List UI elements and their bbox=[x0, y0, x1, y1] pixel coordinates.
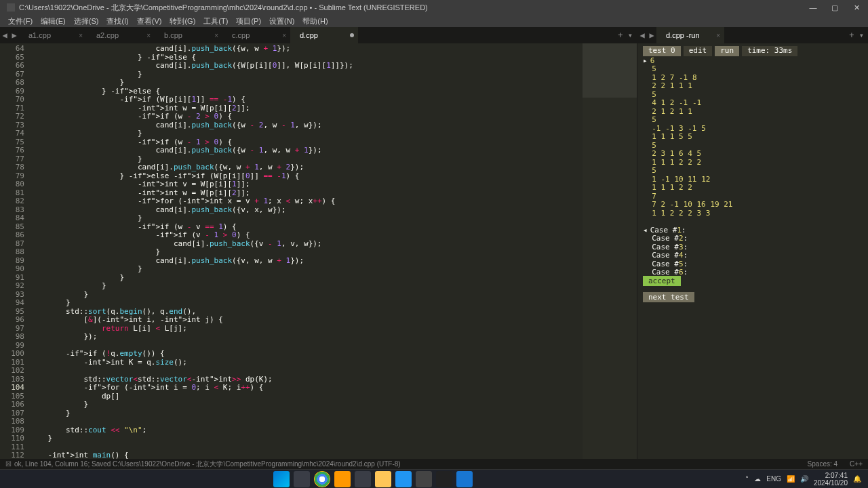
sublime-icon[interactable] bbox=[334, 471, 351, 487]
window-title: C:\Users\19022\OneDrive - 北京大学\Competiti… bbox=[19, 3, 808, 13]
tray-clock[interactable]: 2:07:41 2024/10/20 bbox=[814, 472, 848, 487]
time-label: time: 33ms bbox=[742, 46, 797, 56]
tab-c[interactable]: c.cpp× bbox=[222, 27, 290, 43]
close-icon[interactable]: × bbox=[214, 32, 218, 39]
menu-help[interactable]: 帮助(H) bbox=[300, 16, 330, 26]
terminal-icon[interactable] bbox=[436, 471, 452, 487]
app-icon bbox=[7, 3, 15, 12]
tray-volume-icon[interactable]: 🔊 bbox=[800, 475, 808, 483]
tab-a1[interactable]: a1.cpp× bbox=[19, 27, 87, 43]
code-editor[interactable]: cand[i].push_back({w, w + 1}); } -if">el… bbox=[30, 43, 583, 459]
titlebar: C:\Users\19022\OneDrive - 北京大学\Competiti… bbox=[0, 0, 868, 15]
tab-nav-fwd-r[interactable]: ▶ bbox=[647, 27, 656, 43]
taskbar: ˄ ☁ ENG 📶 🔊 2:07:41 2024/10/20 🔔 bbox=[0, 469, 868, 488]
menu-goto[interactable]: 转到(G) bbox=[167, 16, 198, 26]
tray-wifi-icon[interactable]: 📶 bbox=[787, 475, 795, 483]
close-icon[interactable]: × bbox=[282, 32, 286, 39]
run-button[interactable]: run bbox=[715, 46, 739, 56]
close-icon[interactable]: × bbox=[146, 32, 151, 39]
tray-ime[interactable]: ENG bbox=[766, 475, 781, 483]
menu-settings[interactable]: 设置(N) bbox=[267, 16, 297, 26]
tab-b[interactable]: b.cpp× bbox=[155, 27, 222, 43]
next-test-button[interactable]: next test bbox=[643, 292, 694, 302]
tabs-right: ◀ ▶ d.cpp -run× + ▾ bbox=[637, 27, 868, 43]
start-button[interactable] bbox=[273, 471, 290, 487]
tab-extras-left[interactable]: + ▾ bbox=[614, 27, 637, 43]
app-icon-1[interactable] bbox=[355, 471, 371, 487]
tab-d[interactable]: d.cpp bbox=[290, 27, 358, 43]
menu-edit[interactable]: 编辑(E) bbox=[38, 16, 68, 26]
tab-a2[interactable]: a2.cpp× bbox=[87, 27, 155, 43]
menu-find[interactable]: 查找(I) bbox=[104, 16, 131, 26]
statusbar: ☒ ok, Line 104, Column 16; Saved C:\User… bbox=[0, 459, 868, 469]
explorer-icon[interactable] bbox=[375, 471, 391, 487]
status-x-icon[interactable]: ☒ bbox=[5, 460, 12, 468]
status-spaces[interactable]: Spaces: 4 bbox=[808, 460, 837, 468]
close-icon[interactable]: × bbox=[716, 32, 720, 39]
app-icon-3[interactable] bbox=[416, 471, 432, 487]
tab-nav-back-r[interactable]: ◀ bbox=[637, 27, 647, 43]
menubar: 文件(F) 编辑(E) 选择(S) 查找(I) 查看(V) 转到(G) 工具(T… bbox=[0, 15, 868, 27]
app-icon-4[interactable] bbox=[456, 471, 473, 487]
maximize-button[interactable]: ▢ bbox=[830, 3, 840, 12]
status-text: ok, Line 104, Column 16; Saved C:\Users\… bbox=[14, 460, 401, 469]
edit-button[interactable]: edit bbox=[684, 46, 713, 56]
tab-nav-fwd[interactable]: ▶ bbox=[9, 27, 19, 43]
tab-nav-back[interactable]: ◀ bbox=[0, 27, 9, 43]
tray-onedrive-icon[interactable]: ☁ bbox=[754, 475, 761, 483]
dirty-icon bbox=[350, 33, 354, 37]
tray-notifications-icon[interactable]: 🔔 bbox=[853, 475, 861, 483]
chrome-icon[interactable] bbox=[314, 471, 330, 487]
test-button[interactable]: test 0 bbox=[643, 46, 681, 56]
minimap[interactable] bbox=[583, 43, 637, 459]
run-output[interactable]: test 0 edit run time: 33ms ▸6 5 1 2 7 -1… bbox=[637, 43, 868, 459]
tab-extras-right[interactable]: + ▾ bbox=[845, 27, 868, 43]
accept-badge: accept bbox=[643, 276, 681, 286]
menu-view[interactable]: 查看(V) bbox=[134, 16, 165, 26]
status-lang[interactable]: C++ bbox=[850, 460, 863, 468]
menu-project[interactable]: 项目(P) bbox=[233, 16, 264, 26]
tab-run[interactable]: d.cpp -run× bbox=[656, 27, 724, 43]
minimize-button[interactable]: — bbox=[808, 3, 818, 12]
close-button[interactable]: ✕ bbox=[852, 3, 861, 12]
line-numbers: 6465666768697071727374757677787980818283… bbox=[0, 43, 30, 459]
menu-select[interactable]: 选择(S) bbox=[71, 16, 102, 26]
tray-chevron-icon[interactable]: ˄ bbox=[745, 475, 749, 483]
menu-tools[interactable]: 工具(T) bbox=[201, 16, 231, 26]
close-icon[interactable]: × bbox=[79, 32, 83, 39]
menu-file[interactable]: 文件(F) bbox=[5, 16, 35, 26]
tabs-left: ◀ ▶ a1.cpp× a2.cpp× b.cpp× c.cpp× d.cpp … bbox=[0, 27, 637, 43]
app-icon-2[interactable] bbox=[395, 471, 412, 487]
taskview-icon[interactable] bbox=[294, 471, 310, 487]
